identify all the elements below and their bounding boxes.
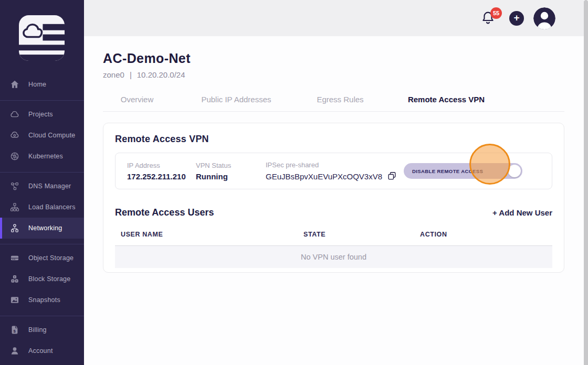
users-header-row: Remote Access Users + Add New User bbox=[115, 207, 552, 218]
tab-overview[interactable]: Overview bbox=[103, 95, 171, 104]
sidebar-item-label: Snapshots bbox=[28, 296, 60, 304]
create-button[interactable]: + bbox=[509, 11, 524, 26]
load-balancer-icon bbox=[9, 201, 20, 213]
vpn-status-label: VPN Status bbox=[196, 162, 266, 169]
tab-egress-rules[interactable]: Egress Rules bbox=[309, 95, 372, 104]
svg-text:$: $ bbox=[14, 329, 16, 334]
block-storage-icon bbox=[9, 273, 20, 285]
card-title: Remote Access VPN bbox=[115, 134, 552, 145]
tab-bar: Overview Public IP Addresses Egress Rule… bbox=[103, 95, 564, 112]
sidebar-item-load-balancers[interactable]: Load Balancers bbox=[0, 197, 84, 218]
sidebar-item-projects[interactable]: Projects bbox=[0, 104, 84, 125]
main-content: AC-Demo-Net zone0 | 10.20.20.0/24 Overvi… bbox=[84, 36, 584, 365]
sidebar-item-label: Block Storage bbox=[28, 275, 70, 283]
copy-button[interactable] bbox=[387, 171, 396, 180]
sidebar-divider bbox=[0, 100, 84, 101]
table-header-row: USER NAME STATE ACTION bbox=[115, 231, 552, 246]
sidebar-item-label: Home bbox=[28, 81, 46, 88]
sidebar-item-label: Kubernetes bbox=[28, 153, 63, 160]
billing-icon: $ bbox=[9, 324, 20, 336]
dns-icon bbox=[9, 180, 20, 192]
ip-address-field: IP Address 172.252.211.210 bbox=[127, 162, 196, 181]
cloud-compute-icon bbox=[9, 130, 20, 141]
sidebar-item-account[interactable]: Account bbox=[0, 340, 84, 361]
sidebar-item-networking[interactable]: Networking bbox=[0, 218, 84, 239]
cloud-icon bbox=[9, 109, 20, 120]
table-empty-row: No VPN user found bbox=[115, 246, 552, 268]
sidebar-item-label: Account bbox=[28, 347, 53, 355]
sidebar-divider bbox=[0, 244, 84, 244]
notification-badge: 55 bbox=[490, 7, 502, 19]
ipsec-key-field: IPSec pre-shared GEuJBsBpvXuEVuPXcOQV3xV… bbox=[266, 161, 396, 181]
network-subtitle: zone0 | 10.20.20.0/24 bbox=[103, 70, 584, 79]
ipsec-key-value: GEuJBsBpvXuEVuPXcOQV3xV8 bbox=[266, 172, 382, 181]
sidebar: Home Projects Cloud Compute bbox=[0, 0, 84, 365]
sidebar-item-label: Object Storage bbox=[28, 254, 74, 262]
column-state: STATE bbox=[303, 231, 420, 238]
tab-public-ip-addresses[interactable]: Public IP Addresses bbox=[194, 95, 278, 104]
sidebar-item-label: Projects bbox=[28, 111, 53, 118]
sidebar-item-object-storage[interactable]: Object Storage bbox=[0, 248, 84, 269]
user-icon bbox=[533, 7, 555, 29]
empty-message: No VPN user found bbox=[301, 253, 366, 261]
topbar: 55 + bbox=[84, 0, 584, 36]
cidr-label: 10.20.20.0/24 bbox=[137, 70, 185, 79]
copy-icon bbox=[387, 171, 396, 180]
sidebar-item-label: Cloud Compute bbox=[28, 132, 75, 139]
vpn-status-field: VPN Status Running bbox=[196, 162, 266, 181]
sidebar-item-kubernetes[interactable]: Kubernetes bbox=[0, 146, 84, 167]
snapshots-icon bbox=[9, 294, 20, 306]
sidebar-item-block-storage[interactable]: Block Storage bbox=[0, 269, 84, 289]
sidebar-item-cloud-compute[interactable]: Cloud Compute bbox=[0, 125, 84, 146]
sidebar-item-home[interactable]: Home bbox=[0, 74, 84, 95]
account-icon bbox=[9, 345, 20, 357]
vertical-scrollbar[interactable] bbox=[584, 0, 588, 365]
networking-icon bbox=[9, 222, 20, 234]
user-avatar[interactable] bbox=[533, 7, 555, 29]
sidebar-item-label: Load Balancers bbox=[28, 203, 76, 211]
column-user-name: USER NAME bbox=[121, 231, 303, 238]
sidebar-item-label: Billing bbox=[28, 326, 47, 334]
sidebar-divider bbox=[0, 316, 84, 316]
sidebar-nav: Home Projects Cloud Compute bbox=[0, 74, 84, 361]
ipsec-key-label: IPSec pre-shared bbox=[266, 161, 396, 169]
column-action: ACTION bbox=[420, 231, 447, 238]
page-title: AC-Demo-Net bbox=[103, 51, 584, 66]
notifications-button[interactable]: 55 bbox=[481, 10, 496, 26]
sidebar-item-label: Networking bbox=[28, 224, 62, 232]
home-icon bbox=[9, 79, 20, 90]
sidebar-item-label: DNS Manager bbox=[28, 182, 71, 190]
add-new-user-button[interactable]: + Add New User bbox=[492, 208, 552, 217]
sidebar-item-dns-manager[interactable]: DNS Manager bbox=[0, 176, 84, 197]
sidebar-item-snapshots[interactable]: Snapshots bbox=[0, 289, 84, 310]
sidebar-item-billing[interactable]: $ Billing bbox=[0, 319, 84, 340]
ip-address-label: IP Address bbox=[127, 162, 196, 169]
zone-label: zone0 bbox=[103, 70, 124, 79]
tab-remote-access-vpn[interactable]: Remote Access VPN bbox=[404, 95, 488, 104]
kubernetes-icon bbox=[9, 151, 20, 162]
vpn-status-value: Running bbox=[196, 172, 266, 181]
subtitle-separator: | bbox=[130, 70, 132, 79]
app-logo[interactable] bbox=[19, 15, 65, 61]
click-indicator bbox=[469, 144, 510, 185]
users-section-title: Remote Access Users bbox=[115, 207, 214, 218]
sidebar-divider bbox=[0, 172, 84, 173]
plus-icon: + bbox=[513, 13, 519, 23]
users-table: USER NAME STATE ACTION No VPN user found bbox=[115, 231, 552, 268]
ip-address-value: 172.252.211.210 bbox=[127, 172, 196, 181]
object-storage-icon bbox=[9, 252, 20, 264]
